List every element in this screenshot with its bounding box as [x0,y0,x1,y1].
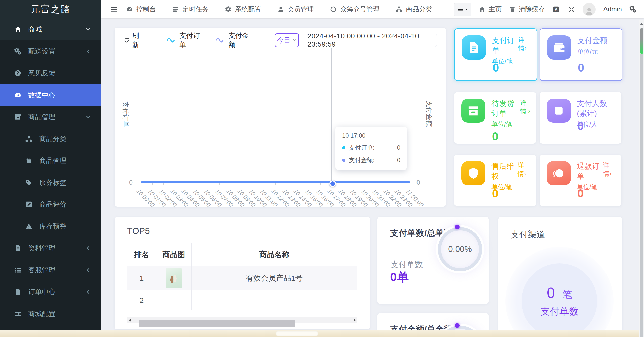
shield-yen-icon [461,161,485,185]
scrollbar-track[interactable] [640,54,643,337]
archive-icon [14,113,22,121]
refresh-icon [124,37,130,44]
payment-channel-panel: 支付渠道 0 笔 支付单数 [498,217,622,337]
sliders-icon [14,310,22,318]
person-icon [584,6,594,16]
file-text-icon [14,244,22,252]
clear-cache-button[interactable]: 清除缓存 [509,5,545,14]
top5-title: TOP5 [127,226,150,236]
tooltip-row: 支付订单: 0 [342,144,400,152]
legend-pay-orders[interactable]: 支付订单 [167,31,205,49]
detail-link[interactable]: 详情› [603,161,616,178]
chevron-left-icon [85,48,91,55]
top5-table: 排名 商品图 商品名称 1 有效会员产品1号 2 [127,243,357,310]
home-link[interactable]: 主页 [479,5,502,14]
user-icon [277,6,284,13]
series-dot-icon [342,159,345,162]
topnav-product-category[interactable]: 商品分类 [388,0,440,18]
home-icon [14,26,22,33]
app-logo: 元富之路 [0,0,101,18]
sidebar-item-data-management[interactable]: 资料管理 [0,237,101,259]
sidebar-item-product-manage-sub[interactable]: 商品管理 [0,150,101,172]
scrollbar-thumb[interactable] [139,320,295,327]
chevron-down-icon [85,26,91,33]
pay-count-value: 0单 [390,269,409,285]
stat-card-after-sales: 售后维权 详情› 单位/笔 0 [454,155,536,206]
gauge-pointer-dot [455,323,460,328]
sidebar-item-product-management[interactable]: 商品管理 [0,106,101,128]
avatar[interactable] [583,3,596,16]
sidebar-item-customer-service[interactable]: 客服管理 [0,259,101,281]
stat-card-refund-orders: 退款订单 详情› 单位/笔 0 [540,155,621,206]
stat-value: 0 [454,187,536,200]
table-horizontal-scrollbar[interactable] [127,317,357,323]
stat-value: 0 [540,187,621,200]
sidebar-item-data-center[interactable]: 数据中心 [0,84,101,106]
series-dot-icon [342,146,345,149]
page-horizontal-scrollbar[interactable] [0,330,639,337]
home-icon [479,6,485,13]
hamburger-menu-icon[interactable] [110,6,118,13]
detail-link[interactable]: 详情› [518,161,531,178]
menu-dropdown-button[interactable] [454,3,471,16]
sidebar-item-feedback[interactable]: 意见反馈 [0,62,101,84]
chevron-left-icon [85,289,91,295]
vertical-scrollbar[interactable] [639,20,644,337]
stat-card-pay-amount: 支付金额 单位/元 0 [540,28,622,81]
username[interactable]: Admin [603,5,622,13]
sidebar-item-order-center[interactable]: 订单中心 [0,281,101,303]
sidebar-item-product-category[interactable]: 商品分类 [0,128,101,150]
sidebar-item-product-reviews[interactable]: 商品评价 [0,193,101,215]
scrollbar-thumb[interactable] [640,28,643,54]
topnav-system-config[interactable]: 系统配置 [217,0,269,18]
bars-icon [457,6,463,12]
sidebar-item-mall[interactable]: 商城 [0,18,101,40]
sitemap-icon [396,6,402,13]
table-row[interactable]: 1 有效会员产品1号 [127,266,357,290]
detail-link[interactable]: 详情› [518,35,531,52]
warning-icon [25,223,33,230]
chevron-down-icon [292,38,297,43]
language-icon[interactable] [552,6,560,13]
highlight-point[interactable] [329,180,336,187]
topnav-member-management[interactable]: 会员管理 [269,0,322,18]
caret-down-icon [464,7,468,11]
fullscreen-icon[interactable] [567,6,575,13]
table-header-row: 排名 商品图 商品名称 [127,243,357,266]
gauge-icon [14,91,22,99]
scroll-left-arrow-icon[interactable] [127,317,133,323]
scroll-right-arrow-icon[interactable] [352,317,357,323]
date-range-input[interactable]: 2024-04-10 00:00:00 - 2024-04-10 23:59:5… [307,34,437,47]
question-icon [14,69,22,77]
sidebar-item-mall-config[interactable]: 商城配置 [0,303,101,325]
top5-panel: TOP5 排名 商品图 商品名称 1 有效会员产品1号 2 [115,217,370,329]
settings-gears-icon[interactable] [629,6,637,13]
edit-icon [25,201,33,208]
sidebar: 元富之路 商城 配送设置 意见反馈 数据中心 商品管理 商品分类 商品管理 服务… [0,0,101,337]
topnav-scheduled-tasks[interactable]: 定时任务 [164,0,217,18]
pay-count-ratio-panel: 支付单数/总单数 0.00% 支付单数 0单 [377,217,489,304]
y-tick-right: 0 [416,179,420,186]
series-line [141,181,410,183]
tooltip-crosshair [331,48,332,183]
topnav-dashboard[interactable]: 控制台 [118,0,164,18]
scroll-up-arrow-icon[interactable] [639,22,644,26]
period-select-button[interactable]: 今日 [275,33,299,47]
trash-icon [509,6,516,13]
box-icon [461,99,485,123]
sidebar-item-stock-warning[interactable]: 库存预警 [0,215,101,237]
refresh-button[interactable]: 刷新 [124,31,145,49]
detail-link[interactable]: 详情 › [520,99,531,115]
x-axis-ticks [141,183,410,185]
legend-pay-amount[interactable]: 支付金额 [215,31,254,49]
wave-icon [167,37,176,43]
chevron-down-icon [85,114,91,120]
table-row[interactable]: 2 [127,290,357,310]
scrollbar-thumb[interactable] [276,331,318,336]
refund-yen-icon [547,161,571,185]
y-tick-left: 0 [129,179,133,186]
sidebar-item-service-tags[interactable]: 服务标签 [0,172,101,193]
ratio-donut-gauge: 0.00% [438,227,482,271]
topnav-crowdfunding-management[interactable]: 众筹仓号管理 [322,0,388,18]
sidebar-item-delivery-settings[interactable]: 配送设置 [0,40,101,62]
